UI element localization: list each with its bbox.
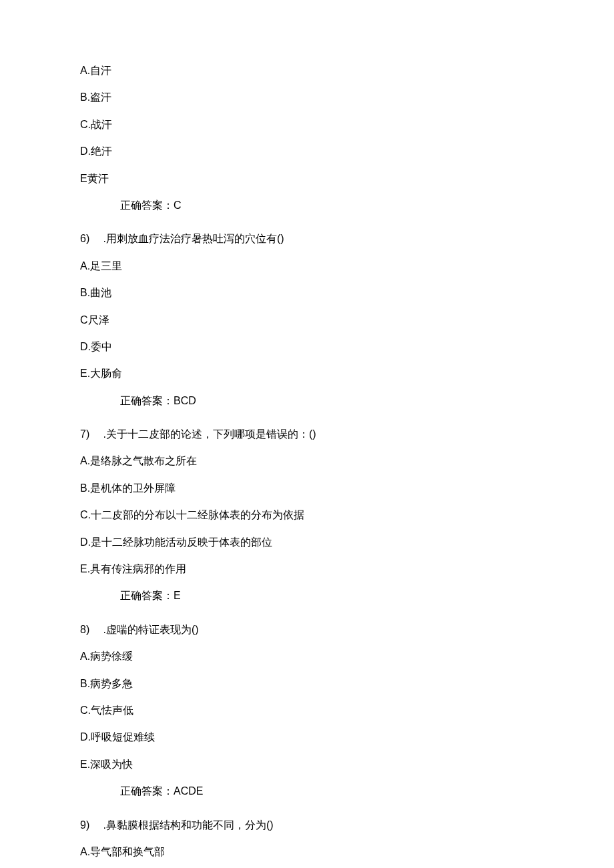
q8-answer: 正确答案：ACDE — [120, 784, 534, 799]
q5-option-d: D.绝汗 — [80, 144, 534, 159]
q5-option-c: C.战汗 — [80, 117, 534, 132]
q8-option-e: E.深吸为快 — [80, 757, 534, 772]
q9-option-a: A.导气部和换气部 — [80, 845, 534, 859]
q8-text: .虚喘的特证表现为() — [103, 624, 198, 635]
q6-option-e: E.大肠俞 — [80, 366, 534, 381]
q7-answer: 正确答案：E — [120, 588, 534, 603]
q8-option-a: A.病势徐缓 — [80, 649, 534, 664]
q9-stem: 9) .鼻黏膜根据结构和功能不同，分为() — [80, 818, 534, 833]
q9-text: .鼻黏膜根据结构和功能不同，分为() — [103, 819, 273, 831]
q6-text: .用刺放血疗法治疗暑热吐泻的穴位有() — [103, 233, 284, 244]
q6-option-a: A.足三里 — [80, 259, 534, 274]
q8-stem: 8) .虚喘的特证表现为() — [80, 622, 534, 637]
q7-option-d: D.是十二经脉功能活动反映于体表的部位 — [80, 535, 534, 550]
q7-text: .关于十二皮部的论述，下列哪项是错误的：() — [103, 428, 316, 440]
document-page: A.自汗 B.盗汗 C.战汗 D.绝汗 E黄汗 正确答案：C 6) .用刺放血疗… — [0, 0, 614, 868]
q7-option-c: C.十二皮部的分布以十二经脉体表的分布为依据 — [80, 508, 534, 522]
q7-option-b: B.是机体的卫外屏障 — [80, 481, 534, 496]
q5-answer: 正确答案：C — [120, 198, 534, 213]
q5-option-b: B.盗汗 — [80, 90, 534, 105]
q7-option-e: E.具有传注病邪的作用 — [80, 562, 534, 576]
q6-option-d: D.委中 — [80, 340, 534, 354]
q8-option-d: D.呼吸短促难续 — [80, 730, 534, 745]
q9-number: 9) — [80, 818, 100, 833]
q8-number: 8) — [80, 622, 100, 637]
q6-stem: 6) .用刺放血疗法治疗暑热吐泻的穴位有() — [80, 232, 534, 246]
q6-answer: 正确答案：BCD — [120, 394, 534, 408]
q6-option-c: C尺泽 — [80, 313, 534, 328]
q6-number: 6) — [80, 232, 100, 246]
q7-number: 7) — [80, 427, 100, 442]
q5-option-e: E黄汗 — [80, 171, 534, 186]
q5-option-a: A.自汗 — [80, 63, 534, 78]
q8-option-c: C.气怯声低 — [80, 703, 534, 718]
q7-stem: 7) .关于十二皮部的论述，下列哪项是错误的：() — [80, 427, 534, 442]
q8-option-b: B.病势多急 — [80, 677, 534, 691]
q6-option-b: B.曲池 — [80, 286, 534, 300]
q7-option-a: A.是络脉之气散布之所在 — [80, 454, 534, 468]
